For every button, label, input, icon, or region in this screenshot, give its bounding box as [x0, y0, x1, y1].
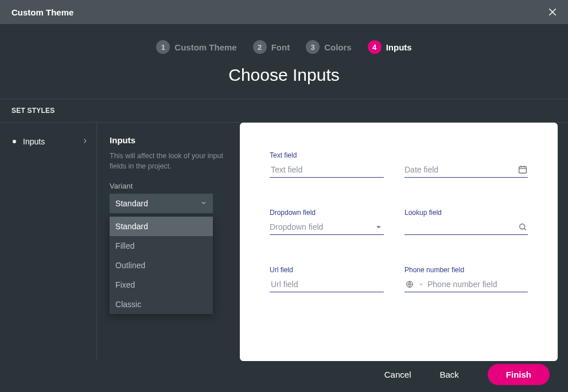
variant-select: Standard Standard Filled Outlined Fixed …	[110, 194, 227, 213]
url-input[interactable]	[270, 277, 384, 292]
step-label: Custom Theme	[174, 42, 236, 52]
caret-down-icon[interactable]	[374, 222, 384, 232]
option-label: Standard	[115, 222, 148, 231]
chevron-right-icon	[81, 136, 88, 147]
calendar-icon[interactable]	[518, 164, 528, 175]
bullet-icon	[13, 140, 16, 143]
cancel-button[interactable]: Cancel	[384, 370, 411, 379]
field-label: Text field	[270, 151, 384, 159]
variant-select-menu: Standard Filled Outlined Fixed Classic	[110, 217, 213, 314]
field-label: Lookup field	[404, 209, 528, 217]
globe-icon[interactable]	[404, 279, 415, 289]
field-label	[404, 151, 528, 159]
wizard-stepper: 1 Custom Theme 2 Font 3 Colors 4 Inputs	[0, 24, 568, 56]
sidebar-item-label: Inputs	[23, 137, 81, 146]
titlebar: Custom Theme	[0, 0, 568, 24]
config-panel: Inputs This will affect the look of your…	[97, 123, 240, 361]
custom-theme-modal: Custom Theme 1 Custom Theme 2 Font 3 Col…	[0, 0, 568, 392]
field-label: Url field	[270, 266, 384, 274]
preview-card: Text field	[240, 123, 558, 361]
back-button[interactable]: Back	[439, 370, 458, 379]
search-icon[interactable]	[518, 222, 528, 232]
config-description: This will affect the look of your input …	[110, 151, 227, 171]
variant-option-fixed[interactable]: Fixed	[110, 275, 213, 295]
dropdown-input[interactable]	[270, 222, 370, 232]
phone-input[interactable]	[427, 280, 528, 289]
variant-option-standard[interactable]: Standard	[110, 217, 213, 236]
option-label: Classic	[115, 300, 141, 309]
preview-grid: Text field	[270, 151, 528, 292]
sidebar-item-inputs[interactable]: Inputs	[0, 134, 96, 149]
preview-phone-field: Phone number field	[404, 266, 528, 292]
step-custom-theme[interactable]: 1 Custom Theme	[156, 40, 236, 54]
date-input[interactable]	[404, 165, 514, 174]
step-label: Colors	[324, 42, 352, 52]
option-label: Filled	[115, 241, 134, 250]
chevron-down-icon	[200, 199, 207, 208]
chevron-down-icon[interactable]	[418, 279, 424, 289]
preview-url-field: Url field	[270, 266, 384, 292]
category-sidebar: Inputs	[0, 123, 97, 361]
step-number: 2	[253, 40, 267, 54]
variant-select-value: Standard	[115, 199, 148, 208]
main-area: Inputs Inputs This will affect the look …	[0, 123, 568, 361]
step-colors[interactable]: 3 Colors	[306, 40, 352, 54]
titlebar-title: Custom Theme	[11, 7, 73, 17]
config-heading: Inputs	[110, 135, 227, 145]
step-font[interactable]: 2 Font	[253, 40, 290, 54]
step-label: Font	[271, 42, 290, 52]
preview-lookup-field: Lookup field	[404, 209, 528, 235]
variant-label: Variant	[110, 182, 227, 190]
wizard-footer: Cancel Back Finish	[0, 361, 568, 392]
step-number: 3	[306, 40, 320, 54]
close-icon[interactable]	[546, 6, 559, 18]
preview-date-field	[404, 151, 528, 178]
preview-dropdown-field: Dropdown field	[270, 209, 384, 235]
variant-option-classic[interactable]: Classic	[110, 295, 213, 314]
option-label: Fixed	[115, 280, 135, 289]
variant-option-outlined[interactable]: Outlined	[110, 256, 213, 275]
page-title: Choose Inputs	[0, 56, 568, 99]
preview-text-field: Text field	[270, 151, 384, 178]
variant-option-filled[interactable]: Filled	[110, 236, 213, 256]
preview-column: Text field	[240, 123, 568, 361]
option-label: Outlined	[115, 261, 145, 270]
step-label: Inputs	[386, 42, 412, 52]
text-input[interactable]	[270, 163, 384, 178]
variant-select-button[interactable]: Standard	[110, 194, 213, 213]
step-number: 1	[156, 40, 170, 54]
field-label: Dropdown field	[270, 209, 384, 217]
step-number: 4	[368, 40, 382, 54]
svg-rect-0	[519, 166, 527, 173]
section-header-set-styles: SET STYLES	[0, 99, 568, 123]
svg-point-1	[520, 224, 525, 229]
finish-button[interactable]: Finish	[488, 364, 550, 385]
step-inputs[interactable]: 4 Inputs	[368, 40, 412, 54]
lookup-input[interactable]	[404, 222, 514, 232]
field-label: Phone number field	[404, 266, 528, 274]
